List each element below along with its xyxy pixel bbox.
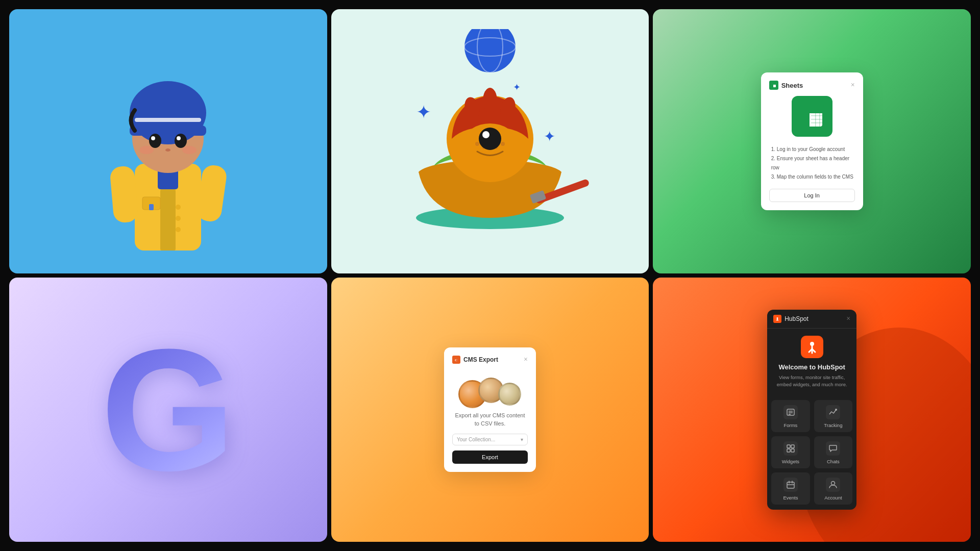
account-label: Account (824, 495, 842, 500)
hs-modal-header: HubSpot × (767, 310, 856, 329)
sheets-steps: 1. Log in to your Google account 2. Ensu… (769, 145, 855, 182)
left-eye-highlight (151, 136, 155, 140)
widgets-icon (783, 441, 798, 456)
sparkle-1: ✦ (416, 102, 431, 122)
cell-cms-export: C CMS Export × Export all your CMS conte… (331, 278, 649, 542)
google-g-letter: G (101, 323, 235, 496)
sheets-step-2: 2. Ensure your sheet has a header row (769, 154, 855, 172)
sheets-big-icon-svg (800, 104, 824, 129)
chats-icon (826, 441, 840, 456)
hubspot-icon (773, 315, 781, 323)
right-cheek (182, 146, 197, 154)
freckle-1 (475, 142, 479, 146)
hubspot-big-icon-svg (805, 340, 819, 354)
cell-anime-boy (9, 9, 327, 273)
hubspot-item-widgets[interactable]: Widgets (771, 436, 810, 468)
svg-rect-30 (791, 445, 794, 448)
widgets-label: Widgets (782, 459, 799, 464)
hubspot-item-forms[interactable]: Forms (771, 400, 810, 432)
svg-rect-10 (811, 122, 822, 123)
coin-3 (498, 383, 521, 406)
anime-boy-illustration (9, 9, 327, 273)
sparkle-2: ✦ (544, 129, 555, 144)
left-arm (110, 165, 139, 223)
tracking-label: Tracking (824, 422, 842, 428)
jacket-stripe (160, 189, 176, 251)
taco-scene: ✦ ✦ ✦ (331, 9, 649, 273)
svg-rect-32 (791, 449, 794, 452)
cms-modal-header: C CMS Export × (452, 356, 528, 364)
svg-rect-3 (772, 83, 776, 85)
sheets-login-button[interactable]: Log In (769, 189, 855, 202)
svg-text:C: C (455, 358, 457, 362)
cms-header-left: C CMS Export (452, 356, 498, 364)
cms-export-button[interactable]: Export (452, 450, 528, 464)
hubspot-close-button[interactable]: × (846, 315, 850, 323)
svg-point-16 (777, 317, 778, 319)
freckle-3 (501, 142, 505, 146)
anime-boy-svg (61, 69, 275, 273)
events-icon (783, 478, 798, 492)
tracking-icon-svg (829, 408, 837, 416)
taco-svg: ✦ ✦ ✦ (362, 29, 618, 254)
sparkle-3: ✦ (513, 82, 521, 92)
sheets-icon-svg (771, 83, 776, 88)
cms-description: Export all your CMS content to CSV files… (452, 412, 528, 428)
cell-google-g: G (9, 278, 327, 542)
forms-label: Forms (783, 422, 797, 428)
hubspot-icon-svg (775, 316, 780, 321)
cell-sheets: Sheets × 1. Log in to (653, 9, 971, 273)
sheets-step-1: 1. Log in to your Google account (769, 145, 855, 154)
cms-icon-svg: C (454, 357, 459, 362)
tracking-icon (826, 405, 840, 419)
svg-rect-11 (815, 113, 816, 127)
hubspot-item-tracking[interactable]: Tracking (814, 400, 853, 432)
hubspot-big-icon (801, 336, 823, 358)
cap-stripe (135, 118, 201, 122)
hubspot-modal: HubSpot × Welcome to HubSpot View forms,… (767, 310, 856, 510)
svg-rect-12 (819, 113, 820, 127)
pocket-detail (149, 204, 154, 210)
svg-rect-29 (787, 445, 790, 448)
svg-rect-9 (811, 119, 822, 120)
svg-point-37 (831, 481, 835, 485)
hubspot-welcome-text: Welcome to HubSpot (773, 363, 850, 371)
cms-collection-placeholder: Your Collection... (457, 437, 495, 442)
button-3 (176, 227, 181, 232)
svg-rect-8 (811, 115, 822, 116)
widgets-icon-svg (787, 444, 795, 453)
cell-taco: ✦ ✦ ✦ (331, 9, 649, 273)
hubspot-item-chats[interactable]: Chats (814, 436, 853, 468)
svg-rect-31 (787, 449, 790, 452)
globe (464, 29, 516, 72)
sheets-close-button[interactable]: × (851, 81, 855, 89)
taco-eye-highlight (482, 131, 489, 138)
sheets-header-left: Sheets (769, 81, 803, 90)
cms-collection-select[interactable]: Your Collection... ▾ (452, 434, 528, 445)
account-icon-svg (829, 481, 837, 489)
svg-rect-33 (787, 482, 794, 488)
sheets-big-icon (792, 96, 832, 137)
hubspot-body: Welcome to HubSpot View forms, monitor s… (767, 329, 856, 400)
account-icon (826, 478, 840, 492)
cms-export-modal: C CMS Export × Export all your CMS conte… (444, 347, 536, 472)
sheets-icon (769, 81, 778, 90)
chats-label: Chats (827, 459, 840, 464)
cms-close-button[interactable]: × (524, 356, 528, 364)
cap-brim (130, 126, 206, 136)
button-2 (176, 216, 181, 221)
events-label: Events (783, 495, 798, 500)
cell-hubspot: HubSpot × Welcome to HubSpot View forms,… (653, 278, 971, 542)
right-eye-highlight (177, 136, 181, 140)
left-eye (149, 134, 161, 148)
forms-icon-svg (787, 408, 795, 416)
hs-header-left: HubSpot (773, 315, 808, 323)
forms-icon (783, 405, 798, 419)
hubspot-item-account[interactable]: Account (814, 472, 853, 505)
chats-icon-svg (829, 444, 837, 453)
sheets-step-3: 3. Map the column fields to the CMS (769, 172, 855, 182)
hubspot-item-events[interactable]: Events (771, 472, 810, 505)
sheets-modal: Sheets × 1. Log in to (761, 72, 863, 210)
nose (165, 148, 170, 152)
right-eye (175, 134, 187, 148)
